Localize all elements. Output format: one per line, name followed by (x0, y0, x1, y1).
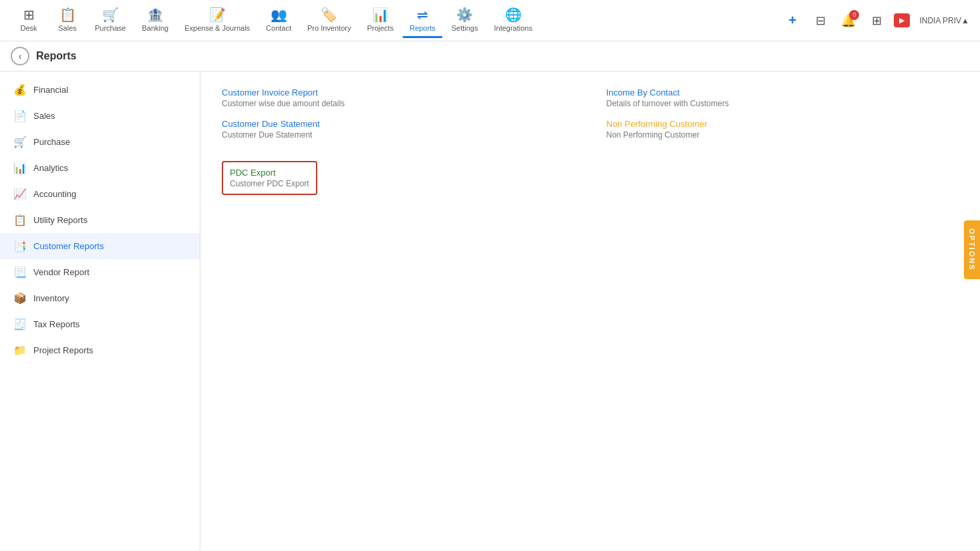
desk-icon: ⊞ (23, 7, 35, 23)
report-desc-pdc-export: Customer PDC Export (230, 179, 309, 188)
report-title-income-contact: Income By Contact (607, 87, 959, 98)
report-desc-customer-invoice: Customer wise due amount details (222, 99, 575, 108)
report-customer-due[interactable]: Customer Due Statement Customer Due Stat… (222, 119, 575, 140)
nav-banking[interactable]: 🏦 Banking (135, 3, 175, 38)
integrations-icon: 🌐 (505, 7, 522, 23)
nav-items: ⊞ Desk 📋 Sales 🛒 Purchase 🏦 Banking 📝 Ex… (11, 3, 782, 38)
sidebar-label-vendor-report: Vendor Report (33, 267, 90, 277)
report-desc-non-performing: Non Performing Customer (607, 130, 959, 140)
nav-integrations-label: Integrations (494, 24, 532, 32)
nav-sales[interactable]: 📋 Sales (49, 3, 86, 38)
sidebar-item-accounting[interactable]: 📈 Accounting (0, 181, 200, 207)
company-name[interactable]: INDIA PRIV▲ (919, 16, 969, 25)
nav-integrations[interactable]: 🌐 Integrations (487, 3, 538, 38)
youtube-icon: ▶ (899, 16, 905, 25)
report-pdc-export[interactable]: PDC Export Customer PDC Export (222, 161, 317, 195)
expense-icon: 📝 (209, 7, 226, 23)
settings-icon: ⚙️ (456, 7, 473, 23)
nav-proinventory-label: Pro Inventory (307, 24, 351, 32)
nav-expense[interactable]: 📝 Expense & Journals (178, 3, 257, 38)
sidebar-label-sales: Sales (33, 111, 55, 121)
sidebar-item-sales[interactable]: 📄 Sales (0, 103, 200, 129)
youtube-button[interactable]: ▶ (894, 13, 910, 27)
notification-button[interactable]: 🔔 0 (838, 10, 859, 31)
sidebar-label-accounting: Accounting (33, 189, 76, 199)
report-title-customer-invoice: Customer Invoice Report (222, 87, 575, 98)
sidebar-item-purchase[interactable]: 🛒 Purchase (0, 129, 200, 155)
sidebar-label-tax-reports: Tax Reports (33, 319, 79, 329)
purchase-sidebar-icon: 🛒 (13, 136, 27, 148)
sidebar-item-inventory[interactable]: 📦 Inventory (0, 285, 200, 311)
sidebar-label-customer-reports: Customer Reports (33, 241, 104, 251)
nav-settings[interactable]: ⚙️ Settings (445, 3, 485, 38)
sidebar-label-utility-reports: Utility Reports (33, 215, 88, 225)
report-title-non-performing: Non Performing Customer (607, 119, 959, 129)
nav-desk-label: Desk (20, 24, 37, 32)
grid-button[interactable]: ⊞ (866, 10, 887, 31)
report-customer-invoice[interactable]: Customer Invoice Report Customer wise du… (222, 87, 575, 108)
report-desc-income-contact: Details of turnover with Customers (607, 99, 959, 108)
report-desc-customer-due: Customer Due Statement (222, 130, 575, 140)
page-title: Reports (36, 50, 76, 62)
nav-purchase-label: Purchase (95, 24, 126, 32)
accounting-icon: 📈 (13, 188, 27, 200)
nav-contact-label: Contact (266, 24, 291, 32)
back-button[interactable]: ‹ (11, 47, 29, 65)
sidebar-item-vendor-report[interactable]: 📃 Vendor Report (0, 259, 200, 285)
table-view-button[interactable]: ⊟ (810, 10, 831, 31)
nav-contact[interactable]: 👥 Contact (259, 3, 298, 38)
sidebar-item-financial[interactable]: 💰 Financial (0, 77, 200, 103)
contact-icon: 👥 (271, 7, 287, 23)
sidebar-label-purchase: Purchase (33, 137, 70, 147)
pdc-export-wrapper: PDC Export Customer PDC Export (222, 161, 317, 206)
nav-purchase[interactable]: 🛒 Purchase (88, 3, 132, 38)
vendor-report-icon: 📃 (13, 266, 27, 279)
sidebar-label-project-reports: Project Reports (33, 345, 94, 355)
right-column: Income By Contact Details of turnover wi… (607, 87, 959, 206)
sidebar-item-utility-reports[interactable]: 📋 Utility Reports (0, 207, 200, 233)
report-title-pdc-export: PDC Export (230, 168, 309, 178)
customer-reports-icon: 📑 (13, 240, 27, 252)
nav-banking-label: Banking (142, 24, 168, 32)
sidebar-item-tax-reports[interactable]: 🧾 Tax Reports (0, 311, 200, 337)
banking-icon: 🏦 (147, 7, 164, 23)
add-button[interactable]: + (782, 10, 803, 31)
report-title-customer-due: Customer Due Statement (222, 119, 575, 129)
sidebar-item-customer-reports[interactable]: 📑 Customer Reports (0, 233, 200, 259)
back-icon: ‹ (19, 51, 22, 61)
nav-projects-label: Projects (367, 24, 393, 32)
nav-sales-label: Sales (58, 24, 77, 32)
sales-sidebar-icon: 📄 (13, 110, 27, 122)
main-content: Customer Invoice Report Customer wise du… (200, 71, 980, 550)
nav-reports[interactable]: ⇌ Reports (403, 3, 442, 38)
nav-expense-label: Expense & Journals (184, 24, 250, 32)
sales-icon: 📋 (59, 7, 76, 23)
options-tab[interactable]: OPTIONS (964, 220, 980, 279)
project-reports-icon: 📁 (13, 344, 27, 357)
analytics-icon: 📊 (13, 162, 27, 174)
reports-grid: Customer Invoice Report Customer wise du… (222, 87, 959, 206)
nav-proinventory[interactable]: 🏷️ Pro Inventory (301, 3, 357, 38)
sidebar-item-analytics[interactable]: 📊 Analytics (0, 155, 200, 181)
sidebar-label-financial: Financial (33, 85, 68, 95)
utility-reports-icon: 📋 (13, 214, 27, 226)
nav-settings-label: Settings (452, 24, 478, 32)
report-non-performing[interactable]: Non Performing Customer Non Performing C… (607, 119, 959, 140)
inventory-icon: 📦 (13, 292, 27, 305)
purchase-icon: 🛒 (102, 7, 119, 23)
nav-projects[interactable]: 📊 Projects (360, 3, 400, 38)
tax-reports-icon: 🧾 (13, 318, 27, 331)
sidebar-label-inventory: Inventory (33, 293, 69, 303)
main-layout: 💰 Financial 📄 Sales 🛒 Purchase 📊 Analyti… (0, 71, 980, 550)
sidebar-label-analytics: Analytics (33, 163, 68, 173)
proinventory-icon: 🏷️ (321, 7, 337, 23)
reports-icon: ⇌ (417, 7, 428, 23)
top-navigation: ⊞ Desk 📋 Sales 🛒 Purchase 🏦 Banking 📝 Ex… (0, 0, 980, 41)
nav-desk[interactable]: ⊞ Desk (11, 3, 47, 38)
sidebar-item-project-reports[interactable]: 📁 Project Reports (0, 337, 200, 363)
page-header: ‹ Reports (0, 41, 980, 71)
sidebar: 💰 Financial 📄 Sales 🛒 Purchase 📊 Analyti… (0, 71, 200, 550)
projects-icon: 📊 (372, 7, 389, 23)
nav-reports-label: Reports (410, 24, 436, 32)
report-income-contact[interactable]: Income By Contact Details of turnover wi… (607, 87, 959, 108)
